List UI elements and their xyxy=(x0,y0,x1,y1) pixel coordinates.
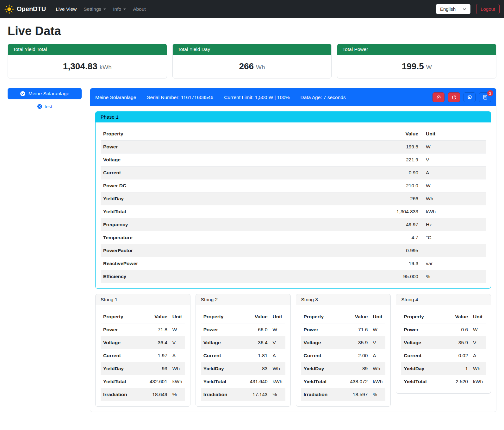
value-cell: 1 xyxy=(448,362,470,375)
string-title: String 3 xyxy=(296,294,391,305)
chevron-down-icon xyxy=(103,9,106,10)
nav-settings[interactable]: Settings xyxy=(80,4,109,15)
logout-button[interactable]: Logout xyxy=(476,4,500,14)
table-row: Power DC210.0W xyxy=(101,179,486,192)
value-cell: 1.97 xyxy=(147,349,170,362)
unit-cell: A xyxy=(470,349,486,362)
unit-cell: kWh xyxy=(170,375,185,388)
value-cell: 2.520 xyxy=(448,375,470,388)
value-cell: 432.601 xyxy=(147,375,170,388)
unit-cell xyxy=(421,244,486,257)
unit-cell: kWh xyxy=(421,205,486,218)
card-header: Total Yield Total xyxy=(8,44,167,55)
value-cell: 431.640 xyxy=(247,375,270,388)
card-unit: W xyxy=(426,64,432,71)
table-row: YieldDay93Wh xyxy=(101,362,185,375)
table-row: Current0.90A xyxy=(101,166,486,179)
property-cell: Irradiation xyxy=(101,388,147,401)
unit-cell: A xyxy=(170,349,185,362)
value-cell: 71.8 xyxy=(147,323,170,336)
unit-cell: A xyxy=(421,166,486,179)
unit-cell: Wh xyxy=(170,362,185,375)
unit-cell: A xyxy=(270,349,285,362)
string-title: String 1 xyxy=(96,294,190,305)
table-row: Efficiency95.000% xyxy=(101,270,486,283)
string-card-4: String 4 Property Value Unit Power0.6WVo… xyxy=(396,294,491,394)
value-cell: 1,304.833 xyxy=(376,205,421,218)
string-table: Property Value Unit Power0.6WVoltage35.9… xyxy=(401,310,486,388)
inverter-limit: Current Limit: 1,500 W | 100% xyxy=(224,95,289,100)
property-cell: Power xyxy=(301,323,348,336)
table-row: Voltage35.9V xyxy=(401,336,486,349)
nav-info[interactable]: Info xyxy=(109,4,129,15)
top-navbar: OpenDTU Live View Settings Info About En… xyxy=(0,0,504,18)
table-row: PowerFactor0.995 xyxy=(101,244,486,257)
property-cell: Power xyxy=(101,323,147,336)
event-log-button[interactable]: 2 xyxy=(479,92,491,102)
string-card-3: String 3 Property Value Unit Power71.6WV… xyxy=(296,294,391,407)
card-value: 1,304.83 xyxy=(63,61,97,71)
property-cell: Voltage xyxy=(301,336,348,349)
power-button[interactable] xyxy=(448,92,460,102)
property-cell: YieldDay xyxy=(201,362,247,375)
limit-settings-button[interactable] xyxy=(432,92,445,102)
card-header: Total Power xyxy=(337,44,496,55)
property-cell: Voltage xyxy=(201,336,247,349)
unit-cell: Hz xyxy=(421,218,486,231)
table-row: YieldTotal2.520kWh xyxy=(401,375,486,388)
card-total-yield-day: Total Yield Day 266Wh xyxy=(172,44,332,78)
test-pin-link[interactable]: test xyxy=(8,104,82,109)
property-cell: YieldTotal xyxy=(401,375,448,388)
sun-icon xyxy=(4,4,14,14)
table-row: Voltage36.4V xyxy=(101,336,185,349)
table-row: Current1.97A xyxy=(101,349,185,362)
language-select[interactable]: English xyxy=(436,4,470,14)
page-title: Live Data xyxy=(8,24,496,38)
card-unit: kWh xyxy=(100,64,112,71)
property-cell: YieldDay xyxy=(101,362,147,375)
nav-live-view[interactable]: Live View xyxy=(52,4,80,15)
inverter-data-age: Data Age: 7 seconds xyxy=(301,95,346,100)
property-cell: Irradiation xyxy=(301,388,348,401)
unit-cell: W xyxy=(421,140,486,153)
string-table: Property Value Unit Power71.8WVoltage36.… xyxy=(101,310,185,401)
unit-cell: Wh xyxy=(470,362,486,375)
table-row: Current1.81A xyxy=(201,349,285,362)
table-row: Power199.5W xyxy=(101,140,486,153)
chevron-down-icon xyxy=(463,7,466,11)
unit-cell: V xyxy=(270,336,285,349)
column-header-property: Property xyxy=(101,128,376,140)
unit-cell: % xyxy=(421,270,486,283)
table-row: ReactivePower19.3var xyxy=(101,257,486,270)
property-cell: Voltage xyxy=(101,336,147,349)
value-cell: 1.81 xyxy=(247,349,270,362)
property-cell: YieldTotal xyxy=(101,375,147,388)
value-cell: 89 xyxy=(347,362,370,375)
property-cell: Irradiation xyxy=(201,388,247,401)
table-row: Irradiation17.143% xyxy=(201,388,285,401)
value-cell: 4.7 xyxy=(376,231,421,244)
property-cell: Power DC xyxy=(101,179,376,192)
property-cell: Current xyxy=(301,349,348,362)
value-cell: 210.0 xyxy=(376,179,421,192)
property-cell: YieldTotal xyxy=(201,375,247,388)
column-header-unit: Unit xyxy=(270,310,285,323)
column-header-unit: Unit xyxy=(370,310,385,323)
table-row: YieldDay89Wh xyxy=(301,362,386,375)
brand-logo[interactable]: OpenDTU xyxy=(4,4,46,14)
unit-cell: var xyxy=(421,257,486,270)
property-cell: YieldDay xyxy=(401,362,448,375)
value-cell: 95.000 xyxy=(376,270,421,283)
value-cell: 0.995 xyxy=(376,244,421,257)
cpu-icon xyxy=(467,95,472,100)
table-row: Frequency49.97Hz xyxy=(101,218,486,231)
nav-about[interactable]: About xyxy=(129,4,149,15)
table-row: Current2.00A xyxy=(301,349,386,362)
table-row: Power0.6W xyxy=(401,323,486,336)
value-cell: 49.97 xyxy=(376,218,421,231)
value-cell: 221.9 xyxy=(376,153,421,166)
device-info-button[interactable] xyxy=(464,92,476,102)
property-cell: Efficiency xyxy=(101,270,376,283)
inverter-select-button[interactable]: Meine Solaranlage xyxy=(8,88,82,99)
property-cell: PowerFactor xyxy=(101,244,376,257)
